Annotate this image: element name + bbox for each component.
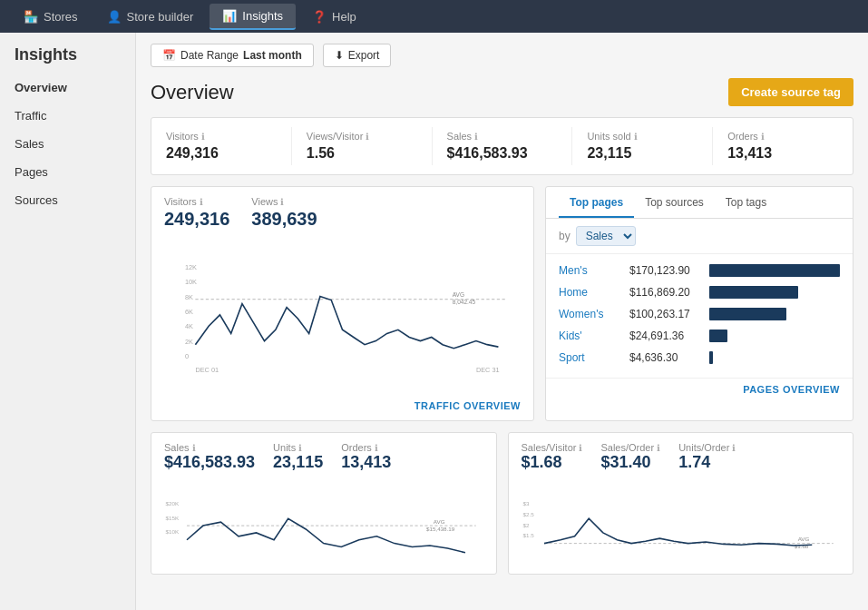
tab-top-pages[interactable]: Top pages — [559, 187, 634, 218]
svg-text:AVG: AVG — [453, 291, 464, 298]
svg-text:8,042.45: 8,042.45 — [453, 299, 476, 305]
export-button[interactable]: ⬇ Export — [323, 44, 392, 67]
nav-store-builder[interactable]: 👤 Store builder — [94, 5, 207, 29]
sales-chart-area: $20K $15K $10K AVG $15,438.19 — [151, 481, 496, 574]
traffic-chart-footer: TRAFFIC OVERVIEW — [151, 395, 533, 420]
visitors-metric-value: 249,316 — [164, 209, 229, 230]
sidebar-item-pages[interactable]: Pages — [0, 158, 135, 186]
svg-text:12K: 12K — [185, 263, 197, 271]
traffic-card: Visitors ℹ 249,316 Views ℹ 389,639 — [151, 186, 534, 421]
sales-info-icon[interactable]: ℹ — [474, 132, 478, 142]
sales-svg-chart: $20K $15K $10K AVG $15,438.19 — [164, 488, 483, 570]
svg-text:6K: 6K — [185, 308, 193, 316]
sales-metric-value: $416,583.93 — [164, 453, 255, 472]
orders-metric-info-icon[interactable]: ℹ — [375, 443, 378, 453]
svg-text:$2: $2 — [522, 522, 529, 528]
orders-metric: Orders ℹ 13,413 — [341, 442, 391, 472]
stat-views-visitor-value: 1.56 — [307, 145, 417, 162]
views-metric-value: 389,639 — [251, 209, 317, 230]
page-value-kids: $24,691.36 — [629, 330, 702, 342]
main-charts-row: Visitors ℹ 249,316 Views ℹ 389,639 — [151, 186, 853, 421]
units-order-value: 1.74 — [678, 453, 736, 472]
sales-order-info-icon[interactable]: ℹ — [657, 443, 660, 453]
sidebar-item-overview[interactable]: Overview — [0, 74, 135, 102]
page-bar-home — [709, 286, 798, 299]
nav-help-label: Help — [332, 10, 356, 24]
orders-metric-value: 13,413 — [341, 453, 391, 472]
stat-sales: Sales ℹ $416,583.93 — [433, 127, 573, 165]
svg-text:4K: 4K — [185, 322, 193, 330]
stat-orders: Orders ℹ 13,413 — [713, 127, 853, 165]
export-label: Export — [348, 49, 380, 62]
sidebar-item-traffic[interactable]: Traffic — [0, 102, 135, 130]
sales-order-value: $31.40 — [600, 453, 660, 472]
store-builder-icon: 👤 — [107, 10, 122, 24]
nav-insights[interactable]: 📊 Insights — [210, 4, 296, 30]
date-range-button[interactable]: 📅 Date Range Last month — [151, 44, 314, 67]
nav-stores-label: Stores — [44, 10, 78, 24]
page-name-sport[interactable]: Sport — [559, 351, 622, 364]
stat-sales-value: $416,583.93 — [447, 145, 558, 162]
list-item: Women's $100,263.17 — [546, 303, 853, 325]
sidebar-title: Insights — [0, 33, 135, 74]
units-info-icon[interactable]: ℹ — [634, 132, 638, 142]
svg-text:8K: 8K — [185, 293, 193, 301]
page-bar-mens — [709, 264, 840, 277]
stats-bar: Visitors ℹ 249,316 Views/Visitor ℹ 1.56 … — [151, 117, 853, 175]
visitors-metric-info-icon[interactable]: ℹ — [200, 197, 203, 207]
svg-text:2K: 2K — [185, 338, 193, 346]
svg-text:10K: 10K — [185, 278, 197, 286]
content-area: 📅 Date Range Last month ⬇ Export Overvie… — [136, 33, 868, 610]
traffic-overview-link[interactable]: TRAFFIC OVERVIEW — [414, 400, 521, 411]
svg-text:AVG: AVG — [434, 518, 445, 525]
nav-help[interactable]: ❓ Help — [299, 5, 369, 29]
svg-text:0: 0 — [185, 352, 189, 360]
by-select[interactable]: Sales Views — [576, 226, 636, 246]
page-bar-container-womens — [709, 308, 840, 320]
stat-units-sold: Units sold ℹ 23,115 — [572, 127, 713, 165]
page-name-mens[interactable]: Men's — [559, 264, 622, 277]
tab-top-sources[interactable]: Top sources — [634, 187, 715, 218]
by-label: by — [559, 230, 571, 242]
create-source-tag-button[interactable]: Create source tag — [728, 78, 853, 106]
nav-store-builder-label: Store builder — [127, 10, 194, 24]
svg-text:$2.5: $2.5 — [522, 511, 534, 517]
page-bar-container-mens — [709, 264, 840, 277]
traffic-metrics: Visitors ℹ 249,316 Views ℹ 389,639 — [151, 187, 533, 239]
export-icon: ⬇ — [335, 49, 344, 62]
tab-top-tags[interactable]: Top tags — [715, 187, 777, 218]
svg-text:$15K: $15K — [166, 515, 180, 521]
sales-metric-info-icon[interactable]: ℹ — [192, 443, 196, 453]
units-order-label: Units/Order ℹ — [678, 442, 736, 453]
page-bar-container-home — [709, 286, 840, 299]
units-order-info-icon[interactable]: ℹ — [732, 443, 736, 453]
visitors-metric: Visitors ℹ 249,316 — [164, 196, 229, 230]
stat-views-visitor: Views/Visitor ℹ 1.56 — [292, 127, 433, 165]
pages-overview-link[interactable]: PAGES OVERVIEW — [743, 384, 840, 395]
views-metric-info-icon[interactable]: ℹ — [280, 197, 284, 207]
sidebar-item-sources[interactable]: Sources — [0, 186, 135, 214]
stat-orders-value: 13,413 — [727, 145, 838, 162]
stat-visitors: Visitors ℹ 249,316 — [151, 127, 292, 165]
page-name-kids[interactable]: Kids' — [559, 330, 622, 342]
nav-stores[interactable]: 🏪 Stores — [11, 5, 91, 29]
page-bar-kids — [709, 330, 727, 342]
page-name-womens[interactable]: Women's — [559, 308, 622, 320]
stores-icon: 🏪 — [24, 10, 38, 24]
sidebar-item-sales[interactable]: Sales — [0, 130, 135, 158]
orders-info-icon[interactable]: ℹ — [761, 132, 765, 142]
svg-text:DEC 31: DEC 31 — [476, 366, 500, 374]
views-visitor-info-icon[interactable]: ℹ — [366, 132, 369, 142]
stat-sales-label: Sales ℹ — [447, 131, 558, 142]
stat-views-visitor-label: Views/Visitor ℹ — [307, 131, 417, 142]
page-value-home: $116,869.20 — [629, 286, 702, 299]
page-name-home[interactable]: Home — [559, 286, 622, 299]
stat-visitors-label: Visitors ℹ — [166, 131, 277, 142]
visitors-info-icon[interactable]: ℹ — [201, 132, 205, 142]
stat-orders-label: Orders ℹ — [727, 131, 838, 142]
sales-visitor-info-icon[interactable]: ℹ — [579, 443, 582, 453]
svg-text:$3: $3 — [522, 500, 529, 507]
svg-text:$10K: $10K — [166, 528, 180, 535]
stat-units-sold-label: Units sold ℹ — [587, 131, 697, 142]
units-metric-info-icon[interactable]: ℹ — [298, 443, 302, 453]
